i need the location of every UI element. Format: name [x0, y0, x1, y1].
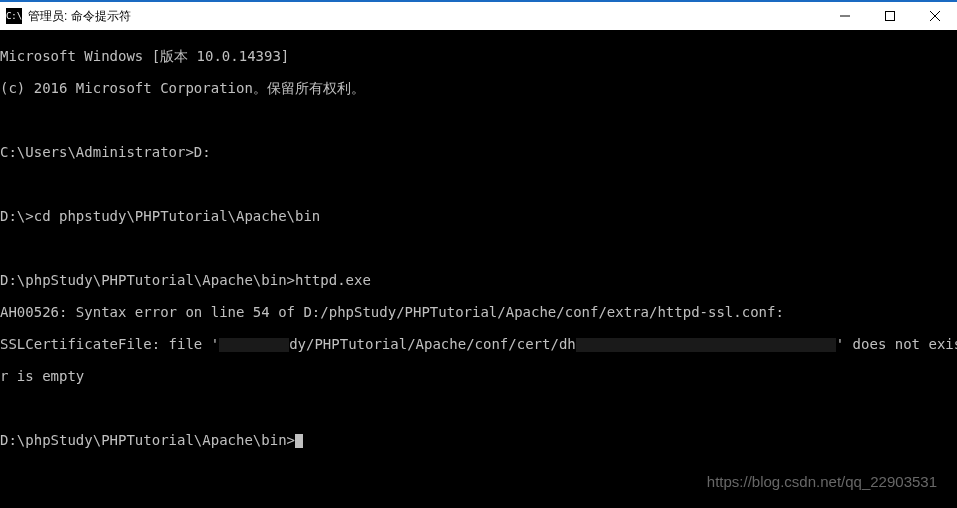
terminal-line — [0, 176, 957, 192]
cmd-icon: C:\ — [6, 8, 22, 24]
terminal-line: (c) 2016 Microsoft Corporation。保留所有权利。 — [0, 80, 957, 96]
terminal-line — [0, 400, 957, 416]
watermark-text: https://blog.csdn.net/qq_22903531 — [707, 473, 937, 490]
terminal-line: SSLCertificateFile: file 'dy/PHPTutorial… — [0, 336, 957, 352]
terminal-prompt-line: D:\phpStudy\PHPTutorial\Apache\bin> — [0, 432, 957, 448]
terminal-line — [0, 112, 957, 128]
window-title: 管理员: 命令提示符 — [28, 8, 131, 25]
terminal-line: C:\Users\Administrator>D: — [0, 144, 957, 160]
ssl-error-mid: dy/PHPTutorial/Apache/conf/cert/dh — [289, 336, 576, 352]
minimize-button[interactable] — [822, 2, 867, 30]
cursor-icon — [295, 434, 303, 448]
redacted-segment — [576, 338, 836, 352]
maximize-button[interactable] — [867, 2, 912, 30]
terminal-line: r is empty — [0, 368, 957, 384]
ssl-error-suffix: ' does not exist o — [836, 336, 957, 352]
terminal-line: Microsoft Windows [版本 10.0.14393] — [0, 48, 957, 64]
terminal-line: D:\>cd phpstudy\PHPTutorial\Apache\bin — [0, 208, 957, 224]
terminal-prompt: D:\phpStudy\PHPTutorial\Apache\bin> — [0, 432, 295, 448]
svg-rect-1 — [885, 12, 894, 21]
cmd-icon-label: C:\ — [6, 11, 22, 21]
redacted-segment — [219, 338, 289, 352]
terminal-line: AH00526: Syntax error on line 54 of D:/p… — [0, 304, 957, 320]
terminal-line: D:\phpStudy\PHPTutorial\Apache\bin>httpd… — [0, 272, 957, 288]
terminal-line — [0, 240, 957, 256]
close-button[interactable] — [912, 2, 957, 30]
ssl-error-prefix: SSLCertificateFile: file ' — [0, 336, 219, 352]
titlebar-left: C:\ 管理员: 命令提示符 — [6, 8, 131, 25]
window-controls — [822, 2, 957, 30]
window-titlebar: C:\ 管理员: 命令提示符 — [0, 0, 957, 30]
terminal-output[interactable]: Microsoft Windows [版本 10.0.14393] (c) 20… — [0, 30, 957, 464]
